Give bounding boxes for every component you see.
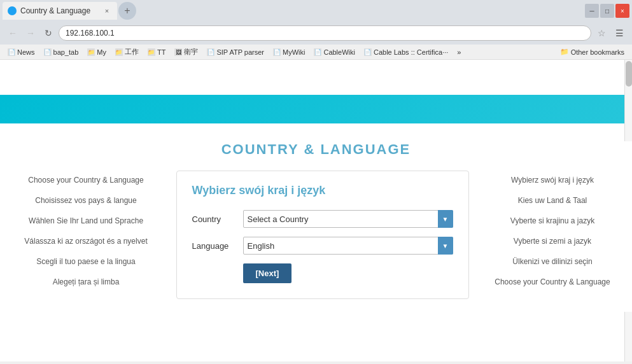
left-label-3: Válassza ki az országot és a nyelvet [19, 237, 153, 246]
country-form-row: Country Select a Country ▼ [192, 210, 453, 228]
bookmark-sip[interactable]: 📄 SIP ATP parser [203, 46, 268, 59]
window-controls: ─ □ × [585, 4, 629, 18]
bookmark-work-label: 工作 [125, 47, 139, 57]
bookmark-sip-label: SIP ATP parser [216, 48, 264, 56]
language-select[interactable]: English [243, 237, 453, 255]
bookmark-tt-label: TT [157, 48, 165, 56]
bookmark-bap-label: bap_tab [53, 48, 79, 56]
bookmark-mywiki-label: MyWiki [283, 48, 305, 56]
active-tab[interactable]: Country & Language × [3, 2, 117, 20]
bookmark-star-button[interactable]: ☆ [594, 25, 609, 41]
minimize-button[interactable]: ─ [585, 4, 599, 18]
tab-close-button[interactable]: × [102, 6, 112, 16]
country-label: Country [192, 214, 243, 224]
top-spacer [0, 60, 632, 95]
bookmark-bap-icon: 📄 [44, 48, 52, 56]
right-label-3: Vyberte si zemi a jazyk [492, 237, 613, 246]
bookmarks-bar: 📄 News 📄 bap_tab 📁 My 📁 工作 📁 TT 🖼 衛宇 📄 S… [0, 45, 632, 60]
other-bookmarks-label: Other bookmarks [571, 48, 624, 56]
bookmark-cablewiki-icon: 📄 [314, 48, 321, 56]
bookmark-tt-icon: 📁 [148, 48, 155, 56]
bookmark-mywiki-icon: 📄 [273, 48, 281, 56]
country-select-wrapper: Select a Country ▼ [243, 210, 453, 228]
right-label-2: Vyberte si krajinu a jazyk [492, 216, 613, 225]
language-selection-card: Wybierz swój kraj i język Country Select… [176, 171, 469, 299]
bookmark-work-icon: 📁 [115, 48, 123, 56]
right-label-5: Choose your Country & Language [492, 277, 613, 286]
country-select[interactable]: Select a Country [243, 210, 453, 228]
back-button[interactable]: ← [5, 25, 20, 41]
bookmark-my-label: My [97, 48, 106, 56]
maximize-button[interactable]: □ [600, 4, 614, 18]
bookmark-my[interactable]: 📁 My [83, 46, 110, 59]
chrome-menu-button[interactable]: ☰ [612, 25, 627, 41]
left-label-1: Choisissez vos pays & langue [19, 196, 153, 205]
bookmark-more-button[interactable]: » [454, 48, 463, 56]
bookmark-tt[interactable]: 📁 TT [144, 46, 169, 59]
content-row: Choose your Country & Language Choisisse… [0, 171, 632, 299]
bookmark-cablewiki[interactable]: 📄 CableWiki [310, 46, 359, 59]
address-bar[interactable]: 192.168.100.1 [59, 25, 591, 41]
navigation-bar: ← → ↻ 192.168.100.1 ☆ ☰ [0, 22, 632, 45]
scrollbar-thumb[interactable] [626, 61, 632, 87]
tab-title: Country & Language [20, 6, 90, 15]
tab-favicon [8, 6, 17, 15]
forward-button[interactable]: → [23, 25, 38, 41]
close-button[interactable]: × [615, 4, 629, 18]
left-label-5: Alegeți țara și limba [19, 277, 153, 286]
bookmark-cablewiki-label: CableWiki [323, 48, 355, 56]
new-tab-button[interactable]: + [118, 2, 136, 20]
right-sidebar: Wybierz swój kraj i język Kies uw Land &… [486, 171, 626, 291]
bookmark-mywiki[interactable]: 📄 MyWiki [269, 46, 309, 59]
reload-button[interactable]: ↻ [41, 25, 56, 41]
bookmark-weiyu-icon: 🖼 [174, 48, 182, 56]
language-form-row: Language English ▼ [192, 237, 453, 255]
bookmark-news-label: News [17, 48, 35, 56]
bookmark-work[interactable]: 📁 工作 [111, 46, 143, 59]
card-title: Wybierz swój kraj i język [192, 184, 453, 197]
bookmark-sip-icon: 📄 [207, 48, 214, 56]
bookmark-news-icon: 📄 [8, 48, 15, 56]
bookmark-bap-tab[interactable]: 📄 bap_tab [40, 46, 83, 59]
left-label-4: Scegli il tuo paese e la lingua [19, 257, 153, 266]
other-bookmarks-folder[interactable]: 📁 Other bookmarks [556, 48, 628, 56]
right-label-4: Ülkenizi ve dilinizi seçin [492, 257, 613, 266]
language-label: Language [192, 241, 243, 251]
right-label-0: Wybierz swój kraj i język [492, 176, 613, 185]
address-text: 192.168.100.1 [66, 29, 115, 38]
bookmark-my-icon: 📁 [87, 48, 95, 56]
bookmark-cablelabs-icon: 📄 [364, 48, 372, 56]
language-select-wrapper: English ▼ [243, 237, 453, 255]
page-heading: COUNTRY & LANGUAGE [0, 141, 632, 158]
other-bookmarks-icon: 📁 [560, 48, 569, 56]
bookmark-news[interactable]: 📄 News [4, 46, 39, 59]
next-button[interactable]: [Next] [243, 263, 292, 283]
title-bar: Country & Language × + ─ □ × [0, 0, 632, 22]
left-label-2: Wählen Sie Ihr Land und Sprache [19, 216, 153, 225]
bookmark-weiyu[interactable]: 🖼 衛宇 [171, 46, 202, 59]
bookmark-cablelabs[interactable]: 📄 Cable Labs :: Certifica··· [360, 46, 452, 59]
bookmark-cablelabs-label: Cable Labs :: Certifica··· [374, 48, 448, 56]
left-sidebar: Choose your Country & Language Choisisse… [6, 171, 159, 291]
cyan-banner [0, 95, 632, 123]
left-label-0: Choose your Country & Language [19, 176, 153, 185]
page-content: COUNTRY & LANGUAGE Choose your Country &… [0, 60, 632, 361]
bookmark-weiyu-label: 衛宇 [184, 47, 198, 57]
right-label-1: Kies uw Land & Taal [492, 196, 613, 205]
main-content-area: COUNTRY & LANGUAGE Choose your Country &… [0, 141, 632, 312]
